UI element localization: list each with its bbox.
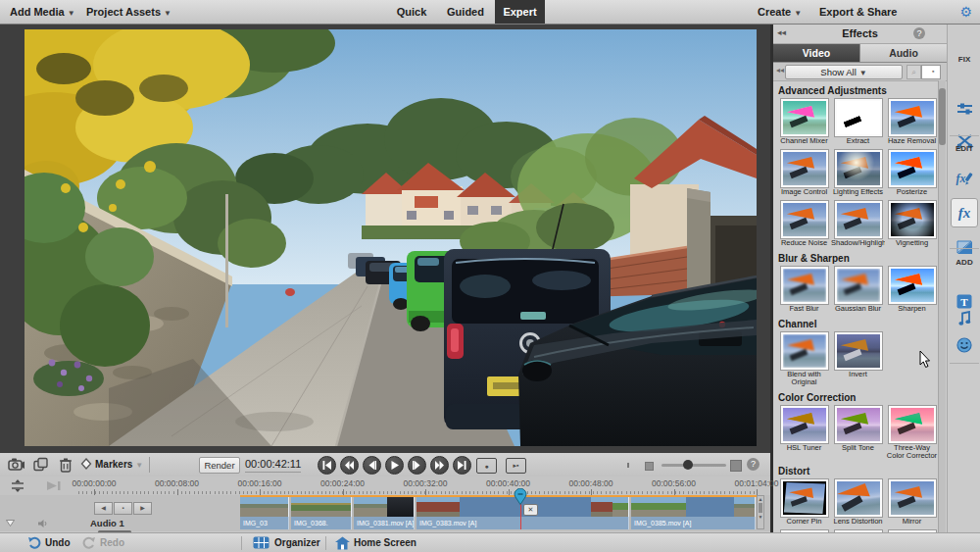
markers-label[interactable]: Markers▼ (95, 453, 143, 477)
effect-item[interactable]: Mirror (885, 477, 939, 526)
step-back-button[interactable] (363, 456, 381, 475)
organizer-icon[interactable] (253, 536, 270, 549)
zoom-slider-thumb[interactable] (683, 460, 693, 470)
timecode-display[interactable]: 00:00:42:11 (245, 457, 301, 473)
zoom-slider-track[interactable] (662, 464, 726, 467)
home-screen-button[interactable]: Home Screen (354, 533, 416, 552)
audio-clip[interactable]: IMG_0385.mov [A] (631, 517, 756, 529)
effect-item[interactable]: Channel Mixer (777, 97, 831, 145)
fast-forward-button[interactable] (430, 456, 449, 475)
effects-icon[interactable]: fx (951, 198, 978, 227)
tab-expert[interactable]: Expert (495, 0, 545, 24)
transitions-icon[interactable] (953, 235, 976, 259)
zoom-in-icon[interactable] (730, 460, 742, 472)
timeline-help-icon[interactable]: ? (747, 458, 760, 471)
prev-clip-button[interactable]: ◀ (94, 502, 113, 515)
tab-audio-effects[interactable]: Audio (860, 44, 947, 62)
redo-button[interactable]: Redo (100, 533, 124, 552)
mini-monitor-icon[interactable]: ▸▪ (506, 458, 526, 474)
effect-item[interactable]: Reduce Noise (777, 199, 831, 247)
track-height-icon[interactable] (10, 479, 25, 492)
skip-end-button[interactable] (453, 456, 471, 475)
effect-item[interactable]: Fast Blur (777, 265, 831, 313)
playhead-handle[interactable] (514, 488, 527, 505)
render-button[interactable]: Render (199, 457, 240, 474)
video-preview[interactable] (24, 29, 757, 446)
split-clip-icon[interactable]: ✕ (523, 504, 538, 516)
effect-item[interactable]: Shadow/Highlight (831, 199, 885, 247)
effects-scrollbar[interactable] (938, 80, 946, 532)
tab-quick[interactable]: Quick (390, 0, 433, 24)
add-media-menu[interactable]: Add Media▼ (10, 0, 75, 24)
effect-item[interactable]: Lens Distortion (831, 477, 885, 526)
rewind-button[interactable] (340, 456, 359, 475)
scrollbar-thumb[interactable] (939, 88, 946, 145)
video-clip[interactable] (354, 496, 415, 517)
music-icon[interactable] (953, 307, 976, 330)
project-assets-menu[interactable]: Project Assets▼ (86, 0, 172, 24)
effect-item[interactable]: Posterize (885, 148, 939, 196)
play-button[interactable] (385, 456, 404, 475)
effect-item[interactable]: Invert (831, 330, 885, 386)
undo-button[interactable]: Undo (45, 533, 71, 552)
audio-clip[interactable]: IMG_0368. (291, 517, 352, 529)
effect-item[interactable]: Corner Pin (777, 477, 831, 526)
effect-item[interactable]: Haze Removal (885, 97, 939, 145)
effect-thumbnail-overlay (891, 269, 934, 302)
video-clip[interactable] (631, 496, 756, 517)
home-icon[interactable] (335, 536, 350, 550)
export-share-menu[interactable]: Export & Share (819, 0, 897, 24)
audio-clip[interactable]: IMG_0383.mov [A] (416, 517, 629, 529)
tab-video-effects[interactable]: Video (773, 44, 860, 62)
find-effect-icon[interactable]: ⌕ (906, 65, 921, 79)
graphics-icon[interactable] (953, 333, 976, 357)
show-all-dropdown[interactable]: Show All▼ (785, 65, 903, 79)
collapse-list-icon[interactable]: ◂◂ (776, 66, 784, 75)
effect-item[interactable]: Blend with Original (777, 330, 831, 386)
redo-icon[interactable] (82, 536, 96, 549)
skip-start-button[interactable] (318, 456, 336, 475)
current-clip-button[interactable]: ▪ (114, 502, 132, 515)
fit-timeline-icon[interactable] (45, 479, 63, 492)
effect-item[interactable]: Lighting Effects (831, 148, 885, 196)
gear-icon[interactable]: ⚙ (959, 3, 972, 21)
tab-guided[interactable]: Guided (441, 0, 490, 24)
ruler-timecode: 00:00:16:00 (238, 478, 282, 488)
effect-item[interactable]: Vignetting (885, 199, 939, 247)
add-narration-icon[interactable] (8, 457, 25, 473)
effect-item[interactable]: Image Control (777, 148, 831, 196)
video-clip[interactable] (240, 496, 289, 517)
timeline-panel: Markers▼ Render 00:00:42:11 ● ▸▪ ? 00:00… (0, 453, 770, 532)
delete-icon[interactable] (57, 457, 74, 473)
effect-item[interactable]: Gaussian Blur (831, 265, 885, 313)
effect-item[interactable]: Extract (831, 97, 885, 145)
scroll-down-icon[interactable]: ▼ (758, 514, 763, 520)
marker-icon[interactable] (80, 457, 92, 473)
organizer-button[interactable]: Organizer (274, 533, 320, 552)
zoom-out-icon[interactable] (645, 462, 654, 471)
applied-effects-icon[interactable]: fx (953, 167, 976, 190)
effect-item[interactable]: HSL Tuner (777, 404, 831, 460)
create-menu[interactable]: Create▼ (758, 0, 802, 24)
duplicate-icon[interactable] (32, 457, 50, 473)
effect-item[interactable]: Three-Way Color Corrector (885, 404, 939, 460)
vscroll-thumb[interactable] (759, 503, 762, 513)
tracks-vscrollbar[interactable]: ▲ ▼ (757, 495, 764, 529)
track-expand-icon[interactable] (6, 520, 15, 527)
video-clip[interactable] (291, 496, 352, 517)
scroll-up-icon[interactable]: ▲ (758, 496, 763, 502)
speaker-icon[interactable] (37, 519, 49, 528)
timeline-ruler[interactable]: 00:00:00:0000:00:08:0000:00:16:0000:00:2… (0, 477, 770, 496)
effect-item[interactable]: Split Tone (831, 404, 885, 460)
next-clip-button[interactable]: ▶ (133, 502, 152, 515)
fullscreen-preview-icon[interactable]: ● (476, 458, 497, 474)
adjust-sliders-icon[interactable] (953, 97, 976, 121)
audio-clip[interactable]: IMG_0381.mov [A] (354, 517, 415, 529)
effects-search-input[interactable]: ▪ (921, 65, 941, 79)
step-forward-button[interactable] (408, 456, 426, 475)
help-icon[interactable]: ? (913, 27, 925, 39)
undo-icon[interactable] (27, 536, 41, 549)
effect-item[interactable]: Sharpen (885, 265, 939, 313)
track-nav-buttons: ◀ ▪ ▶ (94, 502, 152, 515)
audio-clip[interactable]: IMG_03 (240, 517, 289, 529)
